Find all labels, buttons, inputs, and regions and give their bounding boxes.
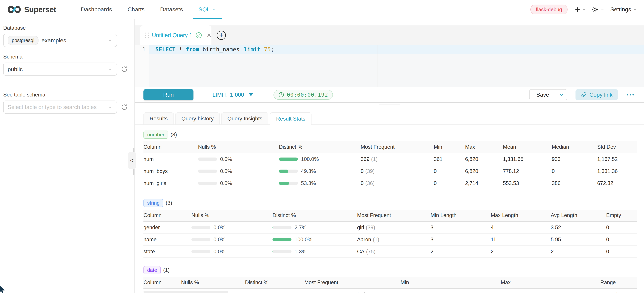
column-header: Nulls % <box>181 277 245 288</box>
new-item-button[interactable]: + <box>573 5 586 14</box>
editor-toolbar: Run LIMIT: 1 000 00:00:00.192 Save <box>135 87 644 102</box>
type-tag-number: number <box>144 130 168 139</box>
database-engine-tag: postgresql <box>8 36 38 45</box>
nav-right: flask-debug + Settings <box>530 4 637 14</box>
results-tabs: Results Query history Query Insights Res… <box>135 108 644 125</box>
refresh-tables-button[interactable] <box>121 104 128 111</box>
chevron-down-icon <box>582 8 586 12</box>
table-row: num_boys 0.0% 49.3% 0(39) 0 6,820 778.12… <box>144 165 637 177</box>
column-header: Min Length <box>430 210 491 221</box>
column-header: Most Frequent <box>304 277 400 288</box>
column-header: Min <box>400 277 501 288</box>
navbar: Superset Dashboards Charts Datasets SQL … <box>0 0 644 19</box>
column-header: Column <box>144 277 181 288</box>
limit-dropdown[interactable]: LIMIT: 1 000 <box>212 92 253 98</box>
query-elapsed-timer: 00:00:00.192 <box>274 90 333 100</box>
link-icon <box>581 92 587 98</box>
superset-logo[interactable]: Superset <box>7 5 56 14</box>
sun-icon <box>592 6 599 13</box>
table-row: gender 0.0% 2.7% girl(39) 3 4 3.52 0 <box>144 222 637 234</box>
schema-select[interactable]: public <box>3 62 117 76</box>
nav-item-sql[interactable]: SQL <box>191 0 224 19</box>
pane-resize-handle <box>135 103 644 108</box>
chevron-down-icon <box>600 8 604 12</box>
section-date-header: date (1) <box>144 266 637 274</box>
table-header-row: Column Nulls % Distinct % Most Frequent … <box>144 210 637 222</box>
column-header: Distinct % <box>272 210 357 221</box>
drag-handle-icon <box>145 32 149 38</box>
add-tab-button[interactable]: + <box>217 31 226 40</box>
table-row: name 0.0% 100.0% Aaron(1) 3 11 5.95 0 <box>144 234 637 246</box>
string-stats-table: Column Nulls % Distinct % Most Frequent … <box>144 210 637 258</box>
plus-icon: + <box>575 5 580 14</box>
nav-item-datasets[interactable]: Datasets <box>152 0 190 19</box>
clock-icon <box>278 92 284 98</box>
environment-badge: flask-debug <box>530 4 568 14</box>
table-row: state 0.0% 1.3% CA(75) 2 2 2 0 <box>144 246 637 258</box>
column-header: Max <box>501 277 600 288</box>
table-header-row: Column Nulls % Distinct % Most Frequent … <box>144 277 637 289</box>
distinct-bar <box>279 158 298 161</box>
chevron-down-icon <box>633 8 637 12</box>
nulls-bar <box>198 170 217 173</box>
sql-keyword: from <box>186 46 199 53</box>
column-count: (3) <box>166 200 172 206</box>
database-select[interactable]: postgresql examples <box>3 34 117 47</box>
column-count: (1) <box>163 267 170 273</box>
brand-name: Superset <box>24 5 56 14</box>
nulls-bar <box>198 158 217 161</box>
theme-toggle-button[interactable] <box>592 6 604 13</box>
editor-gutter: 1 <box>135 45 149 87</box>
horizontal-scrollbar-thumb[interactable] <box>144 291 228 293</box>
run-button[interactable]: Run <box>144 89 194 100</box>
table-row: num_girls 0.0% 53.3% 0(36) 0 2,714 553.5… <box>144 177 637 190</box>
copy-link-button[interactable]: Copy link <box>576 89 618 100</box>
tab-result-stats[interactable]: Result Stats <box>270 112 312 125</box>
sqllab-sidebar: Database postgresql examples Schema publ… <box>0 19 135 293</box>
chevron-down-icon <box>108 38 112 43</box>
save-options-button[interactable] <box>556 90 567 100</box>
query-success-icon <box>195 32 202 39</box>
column-header: Mean <box>503 141 552 153</box>
tab-query-history[interactable]: Query history <box>175 112 220 124</box>
number-stats-table: Column Nulls % Distinct % Most Frequent … <box>144 141 637 190</box>
results-pane: Results Query history Query Insights Res… <box>135 108 644 293</box>
sql-editor[interactable]: 1 SELECT * from birth_names limit 75; <box>135 45 644 87</box>
column-header: Column <box>144 210 192 221</box>
distinct-bar <box>279 170 298 173</box>
chevron-down-icon <box>108 104 112 110</box>
distinct-bar <box>279 182 298 185</box>
nav-item-dashboards[interactable]: Dashboards <box>73 0 120 19</box>
nulls-bar <box>192 226 210 229</box>
close-tab-icon[interactable]: ✕ <box>206 32 212 39</box>
tab-results[interactable]: Results <box>144 112 174 124</box>
query-tabstrip: Untitled Query 1 ✕ + <box>135 19 644 45</box>
sql-keyword: limit <box>240 46 264 53</box>
table-row: num 0.0% 100.0% 369(1) 361 6,820 1,331.6… <box>144 153 637 165</box>
table-select[interactable]: Select table or type to search tables <box>3 100 117 114</box>
sidebar-collapse-button[interactable]: < <box>128 152 136 169</box>
infinity-logo-icon <box>7 5 22 14</box>
tab-query-insights[interactable]: Query Insights <box>221 112 268 124</box>
type-tag-date: date <box>144 266 161 274</box>
more-actions-button[interactable] <box>625 92 636 97</box>
column-header: Empty <box>606 210 637 221</box>
refresh-schemas-button[interactable] <box>121 66 128 73</box>
query-tab[interactable]: Untitled Query 1 ✕ <box>140 26 212 45</box>
chevron-down-icon <box>108 67 112 72</box>
column-header: Max <box>465 141 503 153</box>
column-header: Most Frequent <box>361 141 434 153</box>
resize-grip-icon[interactable] <box>379 104 400 108</box>
distinct-bar <box>272 226 292 229</box>
save-button[interactable]: Save <box>530 90 556 100</box>
distinct-bar <box>272 250 292 253</box>
settings-menu[interactable]: Settings <box>610 6 637 13</box>
mouse-cursor <box>0 285 7 293</box>
section-number-header: number (3) <box>144 130 637 139</box>
sql-code-line: SELECT * from birth_names limit 75; <box>155 45 274 54</box>
column-header: Nulls % <box>198 141 279 153</box>
nav-menu: Dashboards Charts Datasets SQL <box>73 0 224 19</box>
nav-item-charts[interactable]: Charts <box>120 0 152 19</box>
text-cursor <box>240 46 240 53</box>
query-tab-title: Untitled Query 1 <box>152 32 192 38</box>
